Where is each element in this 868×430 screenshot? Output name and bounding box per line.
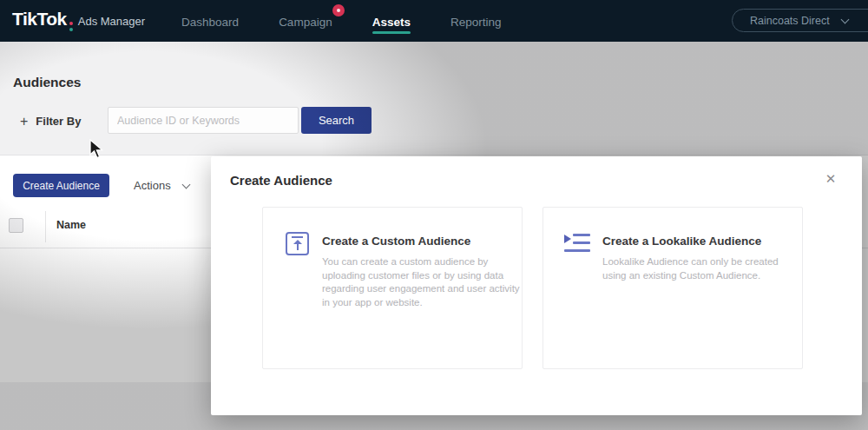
filter-by-label: Filter By bbox=[36, 115, 81, 128]
nav-item-assets[interactable]: Assets bbox=[372, 3, 411, 39]
page-title: Audiences bbox=[13, 75, 81, 90]
nav-item-campaign[interactable]: Campaign bbox=[279, 3, 332, 39]
search-input[interactable] bbox=[108, 107, 299, 134]
nav-item-reporting[interactable]: Reporting bbox=[450, 3, 502, 39]
filter-by-button[interactable]: + Filter By bbox=[13, 108, 88, 135]
lookalike-icon bbox=[564, 232, 590, 255]
chevron-down-icon bbox=[181, 180, 190, 189]
chevron-down-icon bbox=[840, 15, 849, 23]
plus-icon: + bbox=[20, 114, 28, 129]
select-all-checkbox[interactable] bbox=[9, 218, 23, 233]
nav-item-dashboard[interactable]: Dashboard bbox=[181, 3, 239, 39]
actions-label: Actions bbox=[134, 179, 171, 192]
upload-icon bbox=[286, 232, 309, 255]
account-name: Raincoats Direct bbox=[750, 15, 830, 27]
create-audience-modal: Create Audience ✕ Create a Custom Audien… bbox=[211, 156, 862, 415]
create-audience-button[interactable]: Create Audience bbox=[13, 174, 109, 197]
tiktok-logo: TikTok bbox=[12, 9, 67, 30]
modal-title: Create Audience bbox=[230, 173, 332, 188]
close-icon[interactable]: ✕ bbox=[822, 170, 839, 188]
nav-items: Dashboard Campaign Assets Reporting bbox=[181, 3, 501, 39]
nav-item-campaign-label: Campaign bbox=[279, 16, 332, 29]
column-header-name: Name bbox=[56, 219, 86, 231]
option-title: Create a Lookalike Audience bbox=[602, 235, 761, 248]
brand: TikTok Ads Manager bbox=[12, 9, 145, 33]
actions-dropdown[interactable]: Actions bbox=[128, 174, 194, 197]
tiktok-logo-colon-icon bbox=[69, 22, 73, 31]
brand-suffix: Ads Manager bbox=[78, 15, 145, 28]
option-description: Lookalike Audience can only be created u… bbox=[602, 255, 800, 282]
option-description: You can create a custom audience by uplo… bbox=[322, 255, 520, 309]
option-title: Create a Custom Audience bbox=[322, 235, 470, 248]
account-selector[interactable]: Raincoats Direct bbox=[732, 9, 868, 32]
custom-audience-option-card[interactable]: Create a Custom Audience You can create … bbox=[262, 207, 523, 369]
lookalike-audience-option-card[interactable]: Create a Lookalike Audience Lookalike Au… bbox=[542, 207, 803, 369]
search-button[interactable]: Search bbox=[301, 107, 372, 134]
notification-badge bbox=[332, 4, 345, 17]
column-divider bbox=[45, 211, 46, 242]
top-nav: TikTok Ads Manager Dashboard Campaign As… bbox=[0, 0, 868, 42]
